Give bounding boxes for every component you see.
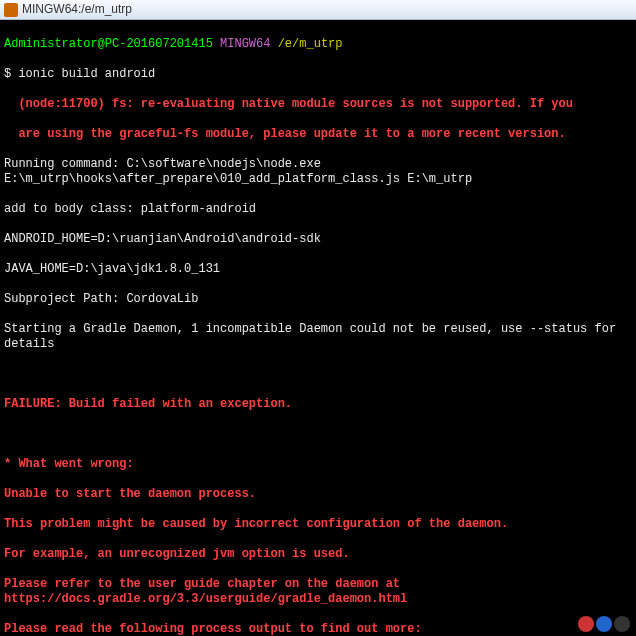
- wrong-head: * What went wrong:: [4, 457, 632, 472]
- out-line: Running command: C:\software\nodejs\node…: [4, 157, 632, 187]
- prompt-user: Administrator@PC-201607201415: [4, 37, 213, 51]
- window-titlebar: MINGW64:/e/m_utrp: [0, 0, 636, 20]
- fail-line: FAILURE: Build failed with an exception.: [4, 397, 632, 412]
- blank-line: [4, 367, 632, 382]
- out-line: ANDROID_HOME=D:\ruanjian\Android\android…: [4, 232, 632, 247]
- warn-line: (node:11700) fs: re-evaluating native mo…: [4, 97, 632, 112]
- tray-icon: [578, 616, 594, 632]
- prompt-shell: MINGW64: [220, 37, 270, 51]
- tray-icon: [596, 616, 612, 632]
- tray-icon: [614, 616, 630, 632]
- out-line: Subproject Path: CordovaLib: [4, 292, 632, 307]
- err-line: This problem might be caused by incorrec…: [4, 517, 632, 532]
- err-line: Unable to start the daemon process.: [4, 487, 632, 502]
- window-title: MINGW64:/e/m_utrp: [22, 2, 132, 17]
- err-line: Please refer to the user guide chapter o…: [4, 577, 632, 607]
- out-line: Starting a Gradle Daemon, 1 incompatible…: [4, 322, 632, 352]
- command-line: $ ionic build android: [4, 67, 632, 82]
- err-line: For example, an unrecognized jvm option …: [4, 547, 632, 562]
- out-line: JAVA_HOME=D:\java\jdk1.8.0_131: [4, 262, 632, 277]
- err-line: Please read the following process output…: [4, 622, 632, 636]
- out-line: add to body class: platform-android: [4, 202, 632, 217]
- blank-line: [4, 427, 632, 442]
- warn-line: are using the graceful-fs module, please…: [4, 127, 632, 142]
- terminal-output[interactable]: Administrator@PC-201607201415 MINGW64 /e…: [0, 20, 636, 636]
- prompt-cwd: /e/m_utrp: [278, 37, 343, 51]
- mingw-icon: [4, 3, 18, 17]
- tray-icons: [578, 616, 630, 632]
